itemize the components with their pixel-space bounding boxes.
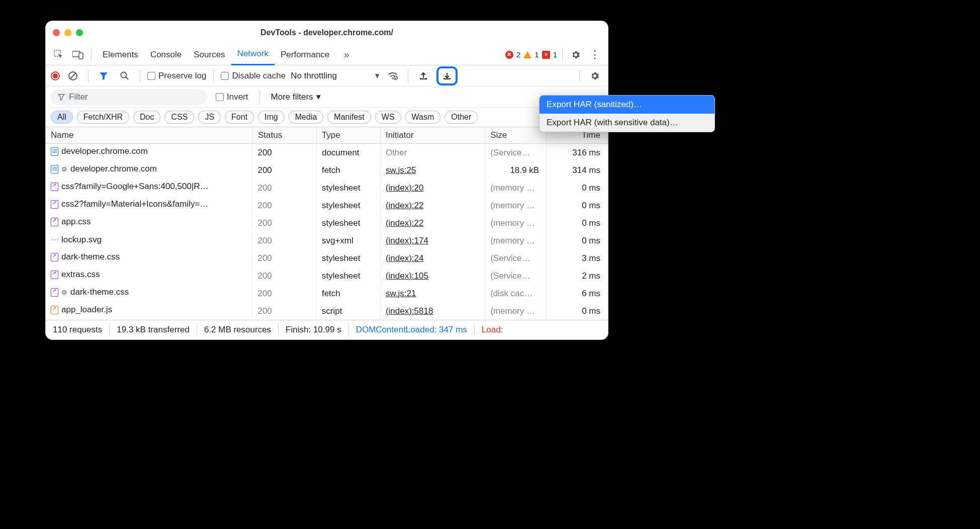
footer-transferred: 19.3 kB transferred: [110, 325, 197, 335]
error-count[interactable]: 2: [516, 50, 520, 59]
clear-button[interactable]: [65, 68, 81, 84]
network-conditions-icon[interactable]: [385, 68, 401, 84]
type-filter-other[interactable]: Other: [444, 111, 478, 124]
export-har-menu: Export HAR (sanitized)… Export HAR (with…: [539, 95, 715, 132]
table-row[interactable]: css2?family=Material+Icons&family=…200st…: [46, 197, 608, 214]
invert-label: Invert: [227, 92, 248, 102]
css-file-icon: [51, 218, 58, 226]
doc-file-icon: [51, 147, 58, 156]
table-row[interactable]: developer.chrome.com200documentOther(Ser…: [46, 144, 608, 161]
throttling-select[interactable]: No throttling ▾: [291, 70, 380, 81]
close-window-button[interactable]: [53, 29, 60, 36]
issue-icon[interactable]: ✕: [542, 51, 550, 59]
export-har-sanitized[interactable]: Export HAR (sanitized)…: [540, 96, 715, 114]
request-name: css2?family=Material+Icons&family=…: [61, 199, 208, 209]
type-filter-doc[interactable]: Doc: [133, 111, 160, 124]
more-filters-label: More filters: [271, 92, 313, 102]
error-icon[interactable]: ✕: [505, 51, 513, 59]
css-file-icon: [51, 200, 58, 209]
type-filter-font[interactable]: Font: [225, 111, 254, 124]
import-har-icon[interactable]: [415, 68, 431, 84]
request-name: app.css: [61, 217, 91, 227]
request-name: dark-theme.css: [61, 252, 120, 262]
tab-console[interactable]: Console: [144, 44, 188, 65]
requests-table: Name Status Type Initiator Size Time: [46, 127, 608, 144]
request-name: app_loader.js: [61, 305, 112, 315]
type-filter-row: AllFetch/XHRDocCSSJSFontImgMediaManifest…: [46, 108, 608, 127]
status-icons: ✕2 1 ✕1: [505, 50, 557, 59]
preserve-log-checkbox[interactable]: Preserve log: [147, 71, 206, 81]
export-har-button-highlight: [436, 66, 458, 85]
col-initiator[interactable]: Initiator: [380, 127, 485, 144]
svg-point-7: [392, 77, 393, 79]
svg-point-5: [121, 72, 127, 77]
filter-placeholder: Filter: [69, 92, 88, 102]
throttling-value: No throttling: [291, 71, 337, 81]
minimize-window-button[interactable]: [64, 29, 71, 36]
type-filter-ws[interactable]: WS: [375, 111, 401, 124]
col-type[interactable]: Type: [316, 127, 380, 144]
footer-resources: 6.2 MB resources: [197, 325, 279, 335]
type-filter-fetchxhr[interactable]: Fetch/XHR: [77, 111, 129, 124]
search-icon[interactable]: [117, 68, 133, 84]
settings-icon[interactable]: [568, 47, 584, 63]
devtools-window: DevTools - developer.chrome.com/ Element…: [45, 21, 608, 340]
type-filter-media[interactable]: Media: [289, 111, 324, 124]
footer-dcl: DOMContentLoaded: 347 ms: [349, 325, 475, 335]
request-name: developer.chrome.com: [61, 146, 148, 156]
table-row[interactable]: css?family=Google+Sans:400,500|R…200styl…: [46, 179, 608, 197]
table-row[interactable]: app.css200stylesheet(index):22(memory …0…: [46, 214, 608, 232]
footer-finish: Finish: 10.99 s: [279, 325, 349, 335]
warning-count[interactable]: 1: [534, 50, 539, 59]
table-row[interactable]: dark-theme.css200stylesheet(index):24(Se…: [46, 249, 608, 267]
filter-toggle-icon[interactable]: [96, 68, 112, 84]
export-har-sensitive[interactable]: Export HAR (with sensitive data)…: [540, 114, 715, 132]
footer-load: Load:: [475, 325, 510, 335]
funnel-icon: [58, 94, 65, 101]
footer-requests: 110 requests: [53, 325, 110, 335]
table-row[interactable]: extras.css200stylesheet(index):105(Servi…: [46, 267, 608, 285]
table-row[interactable]: ⋯lockup.svg200svg+xml(index):174(memory …: [46, 232, 608, 249]
record-button[interactable]: [51, 71, 60, 80]
type-filter-img[interactable]: Img: [258, 111, 285, 124]
request-name: dark-theme.css: [70, 287, 129, 297]
main-tab-row: ElementsConsoleSourcesNetworkPerformance…: [46, 44, 608, 65]
col-size[interactable]: Size: [485, 127, 547, 144]
chevron-down-icon: ▾: [316, 92, 321, 102]
disable-cache-checkbox[interactable]: Disable cache: [221, 71, 286, 81]
svg-rect-2: [79, 53, 83, 59]
traffic-lights: [53, 29, 83, 36]
network-toolbar: Preserve log Disable cache No throttling…: [46, 65, 608, 86]
maximize-window-button[interactable]: [76, 29, 83, 36]
gear-icon: ⚙: [61, 289, 67, 296]
col-status[interactable]: Status: [252, 127, 316, 144]
col-name[interactable]: Name: [46, 127, 252, 144]
svg-line-4: [70, 73, 75, 78]
type-filter-manifest[interactable]: Manifest: [327, 111, 371, 124]
kebab-menu-icon[interactable]: ⋮: [587, 47, 603, 63]
disable-cache-label: Disable cache: [232, 71, 286, 81]
issue-count[interactable]: 1: [553, 50, 557, 59]
filter-input[interactable]: Filter: [51, 89, 207, 105]
table-row[interactable]: ⚙dark-theme.css200fetchsw.js:21(disk cac…: [46, 285, 608, 302]
gear-icon: ⚙: [61, 165, 67, 173]
device-toolbar-icon[interactable]: [70, 47, 86, 63]
type-filter-js[interactable]: JS: [198, 111, 221, 124]
type-filter-css[interactable]: CSS: [164, 111, 194, 124]
more-filters-button[interactable]: More filters ▾: [271, 92, 321, 102]
table-row[interactable]: app_loader.js200script(index):5818(memor…: [46, 302, 608, 320]
type-filter-all[interactable]: All: [51, 111, 73, 124]
inspect-icon[interactable]: [51, 47, 67, 63]
warning-icon[interactable]: [523, 51, 531, 58]
network-settings-icon[interactable]: [587, 68, 603, 84]
tab-sources[interactable]: Sources: [188, 44, 231, 65]
tab-network[interactable]: Network: [231, 44, 275, 65]
request-name: css?family=Google+Sans:400,500|R…: [61, 182, 209, 192]
more-tabs-button[interactable]: »: [338, 47, 354, 63]
tab-elements[interactable]: Elements: [97, 44, 144, 65]
type-filter-wasm[interactable]: Wasm: [405, 111, 441, 124]
table-row[interactable]: ⚙developer.chrome.com200fetchsw.js:2518.…: [46, 161, 608, 179]
tab-performance[interactable]: Performance: [275, 44, 335, 65]
export-har-button[interactable]: [440, 69, 454, 82]
invert-checkbox[interactable]: Invert: [216, 92, 248, 102]
